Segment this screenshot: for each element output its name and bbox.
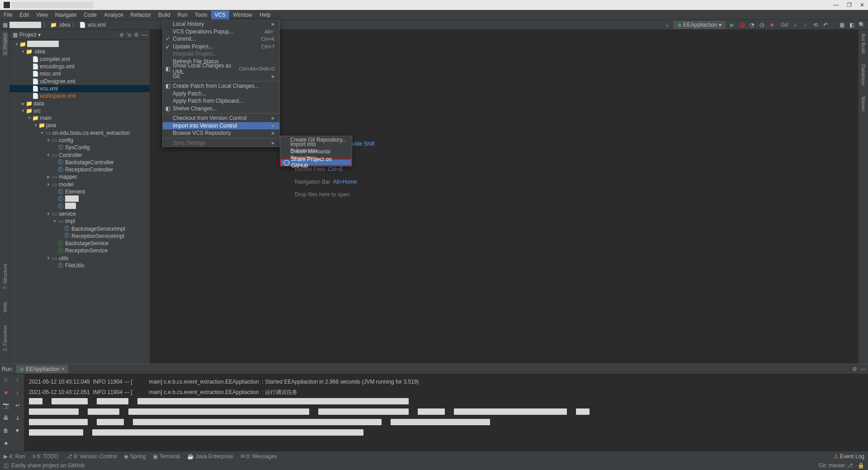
import-menu-item[interactable]: ◯Share Project on GitHub	[280, 159, 352, 166]
wrap-icon[interactable]: ↩	[14, 401, 22, 409]
up-icon[interactable]: ↑	[14, 376, 22, 384]
vcs-menu-item[interactable]: ◧Create Patch from Local Changes...	[163, 82, 279, 90]
scroll-icon[interactable]: ⤓	[14, 414, 22, 422]
tree-row[interactable]: Ⓒ	[10, 195, 150, 203]
tool-maven[interactable]: Maven	[861, 95, 866, 113]
down-icon[interactable]: ↓	[14, 389, 22, 397]
close-button[interactable]: ✕	[860, 2, 864, 8]
tool-favorites[interactable]: 2: Favorites	[2, 323, 8, 353]
vcs-menu-item[interactable]: Checkout from Version Control▶	[163, 114, 279, 122]
tree-row[interactable]: ▼▭model	[10, 181, 150, 188]
maximize-button[interactable]: ❐	[847, 2, 852, 8]
tree-row[interactable]: ⒸReceptionController	[10, 166, 150, 173]
tree-row[interactable]: ⒸElement	[10, 188, 150, 195]
tree-row[interactable]: 📄compiler.xml	[10, 56, 150, 63]
console-output[interactable]: 2021-05-12 10:43:12.049 INFO 11904 --- […	[24, 374, 868, 451]
tree-row[interactable]: ▶📁data	[10, 100, 150, 107]
search-icon[interactable]: 🔍	[858, 21, 865, 28]
menu-file[interactable]: File	[0, 10, 16, 19]
tree-row[interactable]: ⒸBackstageController	[10, 159, 150, 166]
tree-row[interactable]: ⒸBackstageServiceImpl	[10, 225, 150, 232]
vcs-menu-item[interactable]: Apply Patch from Clipboard...	[163, 97, 279, 105]
tree-row[interactable]: 📄workspace.xml	[10, 92, 150, 100]
stop-icon[interactable]: ■	[2, 389, 10, 397]
vcs-menu-item[interactable]: Integrate Project...	[163, 50, 279, 58]
tree-row[interactable]: ▼📁main	[10, 114, 150, 122]
menu-code[interactable]: Code	[80, 10, 100, 19]
tree-row[interactable]: 📄encodings.xml	[10, 63, 150, 70]
vcs-menu-item[interactable]: ✓Commit...Ctrl+K	[163, 35, 279, 43]
run-button[interactable]: ▶	[728, 21, 736, 28]
tool-messages[interactable]: ✉ 0: Messages	[241, 453, 277, 460]
tree-row[interactable]: ▼▭impl	[10, 218, 150, 225]
tool-project[interactable]: 1: Project	[2, 32, 8, 56]
tool-ant[interactable]: Ant Build	[861, 32, 866, 55]
stop-button[interactable]: ■	[768, 21, 775, 28]
menu-navigate[interactable]: Navigate	[52, 10, 80, 19]
tree-row[interactable]: ▼▭utils	[10, 255, 150, 262]
gear-icon[interactable]: ⚙	[134, 32, 139, 38]
print-icon[interactable]: 🖶	[2, 414, 10, 422]
git-history-icon[interactable]: ⟲	[812, 21, 819, 28]
git-commit-icon[interactable]: ✓	[802, 21, 809, 28]
tool-vcs[interactable]: ⎇ 9: Version Control	[66, 453, 117, 460]
build-icon[interactable]: ↘	[663, 21, 670, 28]
menu-refactor[interactable]: Refactor	[127, 10, 155, 19]
tree-row[interactable]: ▼📁java	[10, 122, 150, 129]
tree-row[interactable]: ▼▭Controller	[10, 151, 150, 158]
event-log[interactable]: ⚠ Event Log	[834, 453, 864, 460]
hide-icon[interactable]: —	[142, 32, 147, 38]
toolbar-icon-2[interactable]: ◧	[848, 21, 855, 28]
tree-row[interactable]: ▼📁src	[10, 107, 150, 114]
tool-web[interactable]: Web	[2, 300, 8, 314]
chevron-down-icon[interactable]: ▾	[38, 32, 41, 38]
menu-edit[interactable]: Edit	[16, 10, 33, 19]
trash-icon[interactable]: 🗑	[2, 427, 10, 435]
tool-terminal[interactable]: ▣ Terminal	[153, 453, 179, 460]
tool-java-enterprise[interactable]: ☕ Java Enterprise	[187, 453, 233, 460]
breadcrumb-file[interactable]: 📄 vcs.xml	[79, 22, 105, 28]
git-branch[interactable]: Git: master ⎇	[819, 462, 853, 469]
tree-row[interactable]: ⒸFileUtils	[10, 262, 150, 269]
breadcrumb-root-redacted[interactable]	[9, 22, 41, 28]
vcs-menu-item[interactable]: ◧Shelve Changes...	[163, 105, 279, 113]
tree-row[interactable]: ▼📁	[10, 41, 150, 48]
breadcrumb-project-icon[interactable]: ▦	[3, 22, 8, 28]
tree-row[interactable]: 📄misc.xml	[10, 70, 150, 77]
hide-icon[interactable]: —	[861, 366, 866, 372]
menu-run[interactable]: Run	[174, 10, 191, 19]
menu-help[interactable]: Help	[256, 10, 274, 19]
vcs-menu-item[interactable]: Local History▶	[163, 20, 279, 28]
rerun-icon[interactable]: ↻	[2, 376, 10, 384]
vcs-menu-item[interactable]: ↙Update Project...Ctrl+T	[163, 43, 279, 51]
camera-icon[interactable]: 📷	[2, 401, 10, 409]
tree-row[interactable]: 📄vcs.xml	[10, 85, 150, 92]
tool-run[interactable]: ▶ 4: Run	[4, 453, 25, 460]
tree-row[interactable]: ▼▭config	[10, 137, 150, 144]
vcs-menu-item[interactable]: Import into Version Control▶	[163, 122, 279, 130]
collapse-icon[interactable]: ⇲	[127, 32, 131, 38]
tree-row[interactable]: ▼📁.idea	[10, 48, 150, 55]
run-config-selector[interactable]: ◉ EEAppliaction ▾	[673, 21, 726, 29]
tree-row[interactable]: ▼▭service	[10, 210, 150, 218]
profile-button[interactable]: ◷	[758, 21, 765, 28]
tool-database[interactable]: Database	[861, 62, 866, 87]
git-revert-icon[interactable]: ↶	[822, 21, 829, 28]
help-icon[interactable]: ★	[2, 439, 10, 447]
minimize-button[interactable]: —	[833, 2, 839, 8]
menu-vcs[interactable]: VCS	[211, 10, 230, 19]
coverage-button[interactable]: ◔	[748, 21, 755, 28]
tree-row[interactable]: ▼▭cn.edu.bistu.cs.event_extraction	[10, 129, 150, 137]
tool-structure[interactable]: 7: Structure	[2, 262, 8, 291]
status-icon[interactable]: ◫	[4, 462, 9, 469]
vcs-menu-item[interactable]: Git▶	[163, 73, 279, 81]
debug-button[interactable]: 🐞	[738, 21, 745, 28]
gear-icon[interactable]: ⚙	[852, 366, 857, 372]
tool-spring[interactable]: ◉ Spring	[124, 453, 146, 460]
menu-view[interactable]: View	[33, 10, 52, 19]
toolbar-icon-1[interactable]: ▦	[838, 21, 845, 28]
tree-row[interactable]: ⒸSysConfig	[10, 144, 150, 151]
tool-todo[interactable]: ≡ 6: TODO	[33, 453, 59, 460]
sidebar-title[interactable]: Project	[19, 32, 36, 38]
git-update-icon[interactable]: ↙	[792, 21, 799, 28]
